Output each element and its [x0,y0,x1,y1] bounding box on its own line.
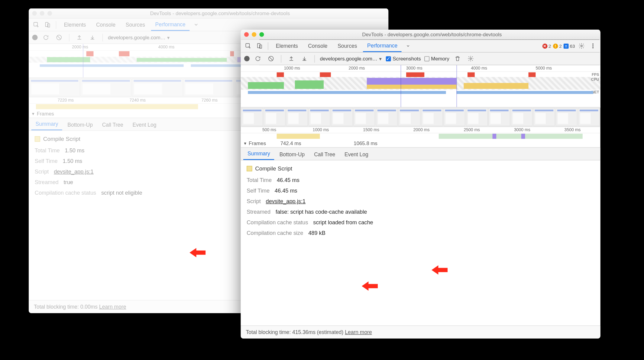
download-icon[interactable] [88,33,97,42]
titlebar: DevTools - developers.google.com/web/too… [241,30,600,40]
svg-point-10 [593,46,594,47]
device-toggle-icon[interactable] [255,41,264,51]
messages-badge[interactable]: ≡63 [563,44,575,49]
screenshots-strip[interactable] [241,108,600,127]
inspect-element-icon[interactable] [243,41,253,51]
more-tabs-icon[interactable] [403,41,413,51]
tab-console[interactable]: Console [92,19,120,30]
minimize-traffic-light[interactable] [40,11,44,15]
subtab-bottomup[interactable]: Bottom-Up [63,119,97,130]
upload-icon[interactable] [286,54,296,63]
tab-performance[interactable]: Performance [151,19,190,31]
memory-checkbox[interactable]: Memory [424,56,449,62]
subtab-calltree[interactable]: Call Tree [98,119,128,130]
frames-row[interactable]: ▼Frames 742.4 ms 1065.8 ms [241,139,600,148]
device-toggle-icon[interactable] [43,20,52,30]
download-icon[interactable] [299,54,309,63]
summary-panel: Compile Script Total Time46.45 ms Self T… [241,161,600,326]
titlebar: DevTools - developers.google.com/web/too… [29,8,388,19]
window-title: DevTools - developers.google.com/web/too… [55,10,385,16]
script-link[interactable]: devsite_app.js:1 [54,168,94,175]
capture-settings-gear-icon[interactable] [466,54,475,63]
errors-badge[interactable]: ✕2 [542,44,551,49]
category-color-icon [247,166,252,171]
category-color-icon [35,136,40,142]
more-tabs-icon[interactable] [191,20,201,30]
clear-icon[interactable] [54,33,64,42]
clear-icon[interactable] [266,54,276,63]
flame-chart-row[interactable] [241,133,600,139]
tab-performance[interactable]: Performance [363,40,402,52]
close-traffic-light[interactable] [244,32,249,37]
warnings-badge[interactable]: !2 [553,44,562,49]
kebab-menu-icon[interactable] [588,41,598,51]
devtools-window-b: DevTools - developers.google.com/web/too… [241,30,600,339]
svg-point-8 [581,45,582,47]
subtab-summary[interactable]: Summary [243,148,274,160]
tab-sources[interactable]: Sources [121,19,149,30]
tab-elements[interactable]: Elements [272,41,302,51]
learn-more-link[interactable]: Learn more [345,329,372,335]
close-traffic-light[interactable] [32,11,37,15]
tab-sources[interactable]: Sources [333,41,361,51]
main-toolbar: Elements Console Sources Performance ✕2 … [241,40,600,53]
window-title: DevTools - developers.google.com/web/too… [267,31,597,37]
subtab-bottomup[interactable]: Bottom-Up [275,149,309,160]
subtab-calltree[interactable]: Call Tree [310,149,339,160]
minimize-traffic-light[interactable] [252,32,256,37]
recording-select[interactable]: developers.google.com…▼ [108,34,170,41]
tab-elements[interactable]: Elements [60,19,90,30]
record-button[interactable] [32,35,37,40]
svg-point-9 [593,44,594,44]
details-subtabs: Summary Bottom-Up Call Tree Event Log [241,148,600,161]
settings-gear-icon[interactable] [577,41,586,51]
record-button[interactable] [244,56,250,61]
subtab-eventlog[interactable]: Event Log [128,119,161,130]
trash-icon[interactable] [453,54,462,63]
reload-icon[interactable] [253,54,263,63]
zoom-traffic-light[interactable] [259,32,264,37]
overview-timeline[interactable]: 1000 ms 2000 ms 3000 ms 4000 ms 5000 ms … [241,65,600,108]
subtab-eventlog[interactable]: Event Log [340,149,373,160]
learn-more-link[interactable]: Learn more [99,304,126,310]
script-link[interactable]: devsite_app.js:1 [266,198,306,204]
reload-icon[interactable] [41,33,51,42]
screenshots-checkbox[interactable]: ✓Screenshots [386,56,421,62]
inspect-element-icon[interactable] [31,20,41,30]
upload-icon[interactable] [74,33,84,42]
tab-console[interactable]: Console [304,41,332,51]
svg-point-13 [470,58,471,59]
subtab-summary[interactable]: Summary [31,118,63,130]
recording-select[interactable]: developers.google.com…▼ [320,56,382,62]
svg-point-11 [593,47,594,48]
perf-toolbar: developers.google.com…▼ ✓Screenshots Mem… [241,53,600,65]
zoom-traffic-light[interactable] [47,11,52,15]
footer: Total blocking time: 415.36ms (estimated… [241,326,600,339]
